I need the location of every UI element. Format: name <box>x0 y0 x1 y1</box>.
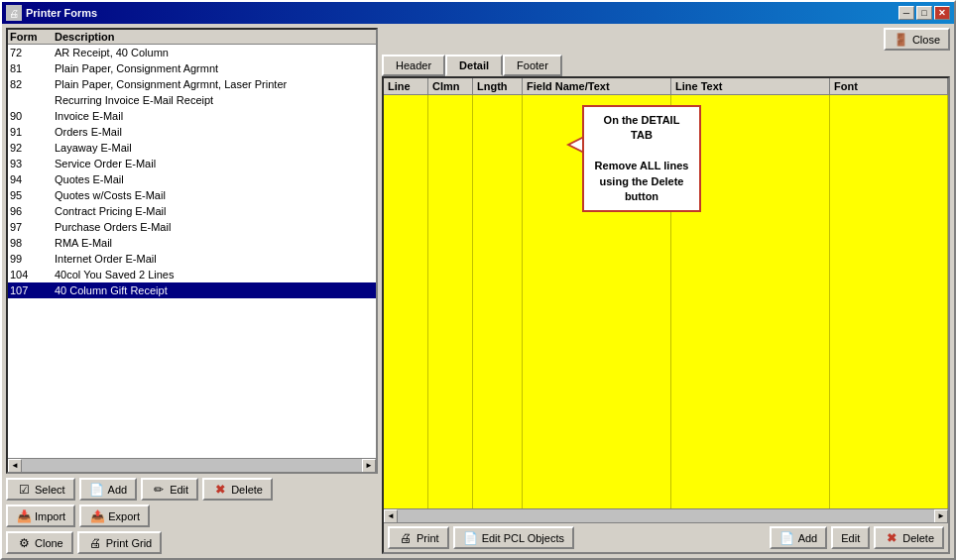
printer-icon: 🖨 <box>87 535 103 551</box>
left-panel: Form Description 72 AR Receipt, 40 Colum… <box>6 28 378 554</box>
callout-tooltip: On the DETAIL TAB Remove ALL lines using… <box>582 105 701 212</box>
clone-button[interactable]: ⚙ Clone <box>6 531 73 554</box>
line-header: Line <box>384 78 428 94</box>
tabs-area: Header Detail Footer Line Clmn Lngth <box>382 55 950 554</box>
tab-add-button[interactable]: 📄 Add <box>770 526 828 549</box>
tab-edit-button[interactable]: Edit <box>831 526 870 549</box>
list-item[interactable]: 94 Quotes E-Mail <box>8 171 376 187</box>
tab-delete-icon: ✖ <box>884 530 899 546</box>
restore-button[interactable]: □ <box>916 6 932 20</box>
import-button[interactable]: 📥 Import <box>6 504 75 527</box>
edit-icon: ✏ <box>151 482 167 498</box>
window-title: Printer Forms <box>26 7 97 19</box>
list-item[interactable]: 98 RMA E-Mail <box>8 235 376 251</box>
callout-line1: On the DETAIL TAB <box>592 113 691 144</box>
clone-print-row: ⚙ Clone 🖨 Print Grid <box>6 531 378 554</box>
list-item[interactable]: 97 Purchase Orders E-Mail <box>8 219 376 235</box>
form-list-body[interactable]: 72 AR Receipt, 40 Column 81 Plain Paper,… <box>8 45 376 458</box>
add-button[interactable]: 📄 Add <box>79 478 138 501</box>
printer-icon: 🖨 <box>6 5 22 21</box>
list-item[interactable]: 99 Internet Order E-Mail <box>8 251 376 267</box>
minimize-button[interactable]: ─ <box>898 6 914 20</box>
lngth-column <box>473 95 523 508</box>
tab-bottom-left: 🖨 Print 📄 Edit PCL Objects <box>388 526 574 549</box>
horizontal-scrollbar[interactable]: ◄ ► <box>8 458 376 472</box>
list-item[interactable]: 81 Plain Paper, Consignment Agrmnt <box>8 60 376 76</box>
lngth-header: Lngth <box>473 78 523 94</box>
print-icon: 🖨 <box>398 530 414 546</box>
window-close-button[interactable]: ✕ <box>934 6 950 20</box>
font-column <box>830 95 948 508</box>
list-item[interactable]: 92 Layaway E-Mail <box>8 140 376 156</box>
import-icon: 📥 <box>16 508 32 524</box>
edit-button[interactable]: ✏ Edit <box>141 478 198 501</box>
grid-scroll-track[interactable] <box>398 509 934 523</box>
list-item[interactable]: 95 Quotes w/Costs E-Mail <box>8 187 376 203</box>
print-button[interactable]: 🖨 Print <box>388 526 449 549</box>
select-icon: ☑ <box>16 482 32 498</box>
main-content: Form Description 72 AR Receipt, 40 Colum… <box>2 24 954 558</box>
add-icon: 📄 <box>89 482 105 498</box>
action-buttons-row: ☑ Select 📄 Add ✏ Edit ✖ Delete <box>6 478 378 501</box>
clmn-header: Clmn <box>428 78 473 94</box>
list-item-selected[interactable]: 107 40 Column Gift Receipt <box>8 282 376 298</box>
scroll-right-grid-button[interactable]: ► <box>934 509 948 523</box>
delete-button[interactable]: ✖ Delete <box>202 478 273 501</box>
import-export-row: 📥 Import 📤 Export <box>6 504 378 527</box>
grid-header: Line Clmn Lngth Field Name/Text Line Tex… <box>384 78 948 95</box>
main-window: 🖨 Printer Forms ─ □ ✕ Form Description 7… <box>0 0 956 560</box>
description-column-header: Description <box>55 31 374 43</box>
tab-footer[interactable]: Footer <box>503 55 562 76</box>
tab-bar: Header Detail Footer <box>382 55 950 76</box>
export-icon: 📤 <box>89 508 105 524</box>
list-item[interactable]: 90 Invoice E-Mail <box>8 108 376 124</box>
bottom-scrollbar[interactable]: ◄ ► <box>384 508 948 522</box>
field-header: Field Name/Text <box>523 78 671 94</box>
line-column <box>384 95 428 508</box>
linetext-header: Line Text <box>671 78 830 94</box>
form-column-header: Form <box>10 31 55 43</box>
callout-line2: Remove ALL lines using the Delete button <box>592 159 691 204</box>
list-item[interactable]: 91 Orders E-Mail <box>8 124 376 140</box>
select-button[interactable]: ☑ Select <box>6 478 75 501</box>
scroll-right-button[interactable]: ► <box>362 459 376 473</box>
list-item[interactable]: 72 AR Receipt, 40 Column <box>8 45 376 60</box>
list-item[interactable]: 96 Contract Pricing E-Mail <box>8 203 376 219</box>
clmn-column <box>428 95 473 508</box>
right-panel: 🚪 Close Header Detail Footer <box>382 28 950 554</box>
title-bar: 🖨 Printer Forms ─ □ ✕ <box>2 2 954 24</box>
title-buttons: ─ □ ✕ <box>898 6 950 20</box>
print-grid-button[interactable]: 🖨 Print Grid <box>77 531 162 554</box>
tab-detail[interactable]: Detail <box>445 55 503 76</box>
scroll-left-button[interactable]: ◄ <box>8 459 22 473</box>
close-button-row: 🚪 Close <box>382 28 950 51</box>
list-item[interactable]: 104 40col You Saved 2 Lines <box>8 267 376 282</box>
scroll-track[interactable] <box>22 459 362 473</box>
export-button[interactable]: 📤 Export <box>79 504 150 527</box>
close-button[interactable]: 🚪 Close <box>884 28 950 51</box>
tab-delete-button[interactable]: ✖ Delete <box>874 526 944 549</box>
font-header: Font <box>830 78 948 94</box>
pcl-icon: 📄 <box>463 530 479 546</box>
delete-icon: ✖ <box>212 482 228 498</box>
close-icon: 🚪 <box>894 32 909 48</box>
tab-bottom-buttons: 🖨 Print 📄 Edit PCL Objects 📄 Ad <box>384 522 948 552</box>
title-bar-left: 🖨 Printer Forms <box>6 5 97 21</box>
tab-add-icon: 📄 <box>779 530 795 546</box>
clone-icon: ⚙ <box>16 535 32 551</box>
form-list-container: Form Description 72 AR Receipt, 40 Colum… <box>6 28 378 474</box>
edit-pcl-button[interactable]: 📄 Edit PCL Objects <box>453 526 574 549</box>
list-header: Form Description <box>8 30 376 45</box>
tab-content: Line Clmn Lngth Field Name/Text Line Tex… <box>382 76 950 554</box>
scroll-left-grid-button[interactable]: ◄ <box>384 509 398 523</box>
list-item[interactable]: 93 Service Order E-Mail <box>8 156 376 171</box>
tab-header[interactable]: Header <box>382 55 445 76</box>
grid-body: On the DETAIL TAB Remove ALL lines using… <box>384 95 948 508</box>
tab-bottom-right: 📄 Add Edit ✖ Delete <box>770 526 944 549</box>
list-item[interactable]: Recurring Invoice E-Mail Receipt <box>8 92 376 108</box>
list-item[interactable]: 82 Plain Paper, Consignment Agrmnt, Lase… <box>8 76 376 92</box>
